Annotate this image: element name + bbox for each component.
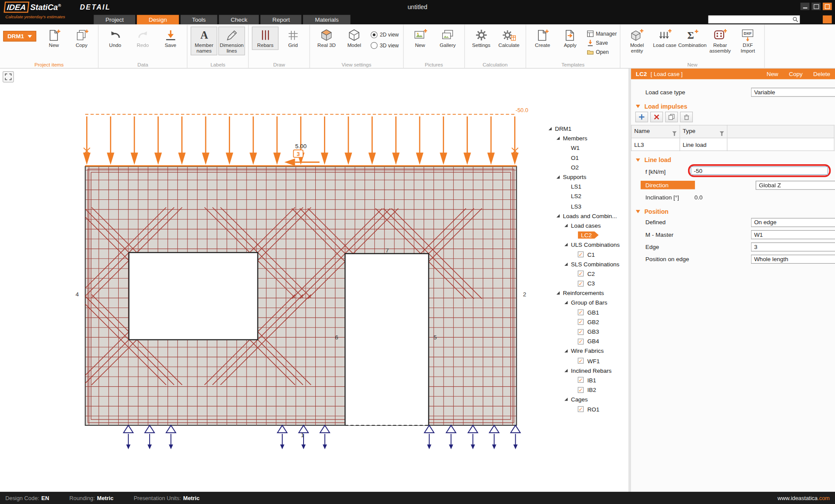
direction-select[interactable]: Global Z (756, 180, 835, 189)
master-select[interactable]: W1 (751, 230, 835, 239)
tree-item-o1[interactable]: O1 (548, 153, 628, 162)
redo-button[interactable]: Redo (130, 27, 156, 50)
tree-item-loads-and-combin[interactable]: Loads and Combin... (548, 211, 628, 220)
tree-item-cages[interactable]: Cages (548, 395, 628, 404)
combination-button[interactable]: ΣCombination (679, 27, 705, 50)
checkbox-checked-icon[interactable]: ✓ (578, 281, 584, 286)
tree-item-gb3[interactable]: ✓GB3 (548, 327, 628, 336)
tree-item-gb2[interactable]: ✓GB2 (548, 317, 628, 327)
edge-select[interactable]: 3 (751, 242, 835, 251)
tree-item-group-of-bars[interactable]: Group of Bars (548, 298, 628, 308)
minimize-button[interactable] (800, 3, 809, 10)
column-header-type[interactable]: Type (680, 125, 727, 138)
model-entity-button[interactable]: Model entity (624, 27, 650, 55)
tree-item-w1[interactable]: W1 (548, 143, 628, 153)
tree-item-members[interactable]: Members (548, 133, 628, 143)
tree-item-ro1[interactable]: ✓RO1 (548, 404, 628, 414)
tree-item-o2[interactable]: O2 (548, 162, 628, 172)
close-button[interactable] (823, 3, 832, 10)
new-button[interactable]: New (407, 27, 433, 50)
help-button[interactable] (823, 15, 832, 23)
defined-select[interactable]: On edge (751, 218, 835, 227)
maximize-button[interactable] (812, 3, 821, 10)
dxf-import-button[interactable]: DXFDXF Import (735, 27, 761, 55)
undo-button[interactable]: Undo (102, 27, 128, 50)
tree-item-wf1[interactable]: ✓WF1 (548, 356, 628, 365)
create-button[interactable]: Create (529, 27, 556, 50)
tab-design[interactable]: Design (137, 15, 179, 24)
inclination-value[interactable]: 0.0 (695, 194, 703, 201)
impulse-name-cell[interactable]: LL3 (631, 138, 680, 151)
save-button[interactable]: Save (587, 40, 617, 46)
apply-button[interactable]: Apply (557, 27, 584, 50)
checkbox-checked-icon[interactable]: ✓ (578, 309, 584, 315)
tree-item-c3[interactable]: ✓C3 (548, 279, 628, 288)
expander-icon[interactable] (564, 262, 568, 265)
remove-load-impulse-button[interactable] (650, 112, 663, 122)
model-button[interactable]: Model (341, 27, 367, 50)
tree-item-ls3[interactable]: LS3 (548, 201, 628, 211)
tree-item-ls2[interactable]: LS2 (548, 192, 628, 201)
copy-button[interactable]: Copy (68, 27, 95, 50)
tab-check[interactable]: Check (219, 15, 259, 24)
checkbox-checked-icon[interactable]: ✓ (578, 358, 584, 364)
f-value-input[interactable]: -50 (691, 166, 828, 175)
tree-item-sls-combinations[interactable]: SLS Combinations (548, 259, 628, 269)
expander-icon[interactable] (564, 301, 568, 304)
expander-icon[interactable] (557, 176, 560, 179)
gallery-button[interactable]: Gallery (434, 27, 461, 50)
copy-load-case-button[interactable]: Copy (789, 71, 802, 77)
expander-icon[interactable] (564, 224, 568, 227)
radio-2d-view[interactable]: 2D view (371, 31, 398, 38)
checkbox-checked-icon[interactable]: ✓ (578, 387, 584, 392)
checkbox-checked-icon[interactable]: ✓ (578, 319, 584, 325)
expander-icon[interactable] (564, 243, 568, 246)
filter-icon[interactable] (672, 131, 677, 136)
checkbox-checked-icon[interactable]: ✓ (578, 271, 584, 276)
copy-load-impulse-button[interactable] (665, 112, 678, 122)
tab-materials[interactable]: Materials (303, 15, 351, 24)
search-box[interactable] (708, 15, 800, 23)
checkbox-checked-icon[interactable]: ✓ (578, 377, 584, 383)
expander-icon[interactable] (564, 398, 568, 401)
manager-button[interactable]: Manager (587, 30, 617, 37)
calculate-button[interactable]: Calculate (496, 27, 522, 50)
checkbox-checked-icon[interactable]: ✓ (578, 338, 584, 344)
expander-icon[interactable] (557, 214, 560, 217)
drm1-dropdown[interactable]: DRM1 (3, 31, 36, 41)
impulse-type-cell[interactable]: Line load (680, 138, 727, 151)
grid-button[interactable]: Grid (280, 27, 306, 50)
tree-item-reinforcements[interactable]: Reinforcements (548, 288, 628, 298)
canvas[interactable]: -50.0 5.00 3 4 2 6 5 7 1 DRM1MembersW1O1… (0, 69, 628, 492)
website-link[interactable]: www.ideastatica.com (778, 495, 830, 501)
tree-item-gb1[interactable]: ✓GB1 (548, 308, 628, 317)
tree-item-supports[interactable]: Supports (548, 172, 628, 182)
expander-icon[interactable] (557, 292, 560, 295)
tree-item-drm1[interactable]: DRM1 (548, 124, 628, 133)
tree-item-c2[interactable]: ✓C2 (548, 269, 628, 279)
delete-load-impulse-button[interactable] (680, 112, 693, 122)
load-case-type-select[interactable]: Variable (751, 87, 835, 96)
delete-load-case-button[interactable]: Delete (813, 71, 830, 77)
tab-tools[interactable]: Tools (180, 15, 217, 24)
column-header-name[interactable]: Name (631, 125, 680, 138)
real-3d-button[interactable]: Real 3D (313, 27, 340, 50)
tree-item-c1[interactable]: ✓C1 (548, 249, 628, 259)
tree-item-wire-fabrics[interactable]: Wire Fabrics (548, 346, 628, 356)
expander-icon[interactable] (564, 349, 568, 352)
checkbox-checked-icon[interactable]: ✓ (578, 329, 584, 335)
radio-3d-view[interactable]: 3D view (371, 42, 398, 49)
tree-item-ib1[interactable]: ✓IB1 (548, 375, 628, 385)
expander-icon[interactable] (564, 369, 568, 372)
tree-item-ls1[interactable]: LS1 (548, 182, 628, 192)
checkbox-checked-icon[interactable]: ✓ (578, 406, 584, 412)
section-load-impulses[interactable]: Load impulses (636, 103, 835, 109)
member-names-button[interactable]: AMember names (191, 27, 217, 55)
rebar-assembly-button[interactable]: Rebar assembly (707, 27, 733, 55)
new-button[interactable]: New (40, 27, 67, 50)
filter-icon[interactable] (719, 131, 724, 136)
tree-item-gb4[interactable]: ✓GB4 (548, 337, 628, 346)
search-input[interactable] (710, 16, 792, 23)
tree-item-lc2[interactable]: LC2 (548, 230, 628, 240)
checkbox-checked-icon[interactable]: ✓ (578, 252, 584, 257)
